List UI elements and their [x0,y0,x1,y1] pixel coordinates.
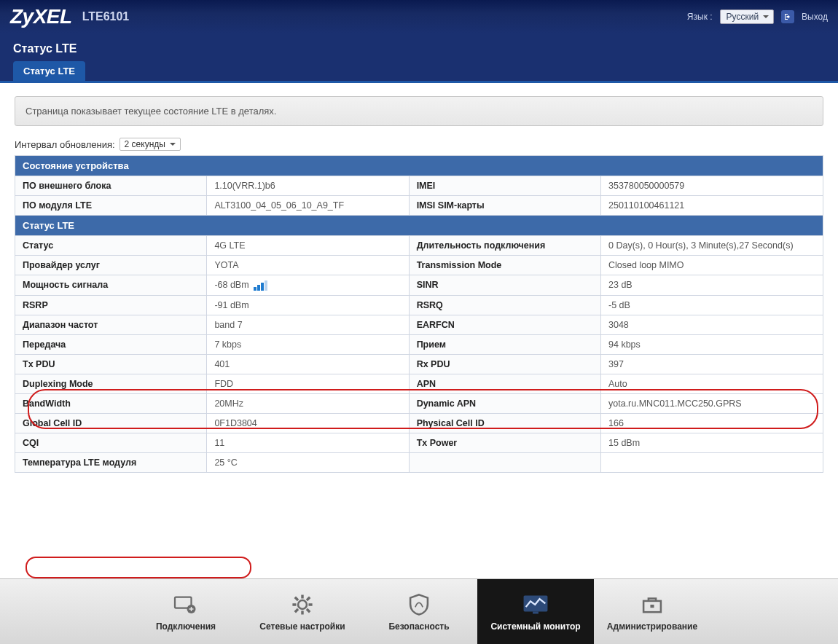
section-header: Статус LTE [15,216,823,236]
param-key: Длительность подключения [409,236,600,256]
status-table: Состояние устройстваПО внешнего блока1.1… [15,155,823,473]
param-key: Мощность сигнала [15,275,207,296]
table-row: CQI11Tx Power15 dBm [15,433,823,452]
param-value: 94 kbps [601,334,823,354]
param-key: Tx Power [409,433,600,452]
param-key: IMEI [409,176,600,196]
logout-icon[interactable] [781,10,794,23]
nav-label: Безопасность [388,621,449,632]
table-row: Статус4G LTEДлительность подключения0 Da… [15,236,823,256]
nav-security[interactable]: Безопасность [361,579,477,644]
nav-network-settings[interactable]: Сетевые настройки [244,579,361,644]
gear-icon [289,592,316,617]
param-key: Transmission Mode [409,256,600,275]
refresh-label: Интервал обновления: [15,139,115,150]
param-key: CQI [15,433,207,452]
language-select[interactable]: Русский [720,9,775,24]
param-value: 23 dB [601,275,823,296]
nav-system-monitor[interactable]: Системный монитор [477,579,594,644]
param-value: -91 dBm [207,295,409,315]
nav-label: Системный монитор [490,621,580,632]
info-description: Страница показывает текущее состояние LT… [15,96,823,126]
param-value: 11 [207,433,409,452]
table-row: Температура LTE модуля25 °C [15,452,823,472]
param-key: Температура LTE модуля [15,452,207,472]
table-row: Global Cell ID0F1D3804Physical Cell ID16… [15,413,823,433]
chevron-down-icon [170,143,176,146]
param-key: Dynamic APN [409,393,600,413]
param-key: EARFCN [409,315,600,334]
param-key: SINR [409,275,600,296]
param-key: Tx PDU [15,354,207,374]
svg-rect-4 [533,611,539,613]
param-key: Global Cell ID [15,413,207,433]
chevron-down-icon [763,15,769,18]
nav-connections[interactable]: Подключения [128,579,244,644]
param-value: 25 °C [207,452,409,472]
param-value: yota.ru.MNC011.MCC250.GPRS [601,393,823,413]
param-key: RSRQ [409,295,600,315]
refresh-value: 2 секунды [125,139,165,149]
briefcase-icon [638,592,666,617]
param-value: Auto [601,374,823,393]
table-row: Диапазон частотband 7EARFCN3048 [15,315,823,334]
shield-icon [405,592,433,617]
param-value: 250110100461121 [601,196,823,216]
param-value [601,452,823,472]
param-value: 401 [207,354,409,374]
param-key: Duplexing Mode [15,374,207,393]
svg-point-2 [298,600,307,609]
svg-rect-6 [650,605,654,608]
page-title: Статус LTE [13,42,825,55]
bottom-nav: Подключения Сетевые настройки Безопаснос… [0,578,838,644]
param-value: -68 dBm [207,275,409,296]
param-value: 0 Day(s), 0 Hour(s), 3 Minute(s),27 Seco… [601,236,823,256]
content-area: Страница показывает текущее состояние LT… [0,83,838,564]
param-value: 4G LTE [207,236,409,256]
param-key: ПО модуля LTE [15,196,207,216]
param-value: 353780050000579 [601,176,823,196]
table-row: Мощность сигнала-68 dBmSINR23 dB [15,275,823,296]
param-value: 7 kbps [207,334,409,354]
tab-lte-status[interactable]: Статус LTE [13,61,85,81]
param-key: ПО внешнего блока [15,176,207,196]
refresh-interval-select[interactable]: 2 секунды [120,138,181,151]
param-key: BandWidth [15,393,207,413]
subheader: Статус LTE Статус LTE [0,34,838,81]
param-key [409,452,600,472]
nav-label: Сетевые настройки [259,621,345,632]
nav-label: Подключения [156,621,216,632]
param-key: Диапазон частот [15,315,207,334]
param-key: Передача [15,334,207,354]
param-value: YOTA [207,256,409,275]
model-label: LTE6101 [82,10,130,23]
param-key: IMSI SIM-карты [409,196,600,216]
logout-link[interactable]: Выход [802,12,828,22]
param-key: Прием [409,334,600,354]
param-value: FDD [207,374,409,393]
param-value: 20MHz [207,393,409,413]
section-header: Состояние устройства [15,156,823,176]
param-value: band 7 [207,315,409,334]
chart-icon [522,592,549,617]
signal-bars-icon [254,280,267,291]
brand-logo: ZyXEL [10,5,72,28]
param-value: 397 [601,354,823,374]
table-row: Duplexing ModeFDDAPNAuto [15,374,823,393]
param-value: 15 dBm [601,433,823,452]
param-key: Статус [15,236,207,256]
table-row: Провайдер услугYOTATransmission ModeClos… [15,256,823,275]
param-value: Closed loop MIMO [601,256,823,275]
param-key: Rx PDU [409,354,600,374]
param-value: 166 [601,413,823,433]
param-key: RSRP [15,295,207,315]
param-key: Провайдер услуг [15,256,207,275]
nav-administration[interactable]: Администрирование [594,579,710,644]
table-row: Tx PDU401Rx PDU397 [15,354,823,374]
param-key: Physical Cell ID [409,413,600,433]
language-value: Русский [727,12,759,22]
param-value: ALT3100_04_05_06_10_A9_TF [207,196,409,216]
app-header: ZyXEL LTE6101 Язык : Русский Выход [0,0,838,34]
nav-label: Администрирование [607,621,697,632]
param-value: 3048 [601,315,823,334]
